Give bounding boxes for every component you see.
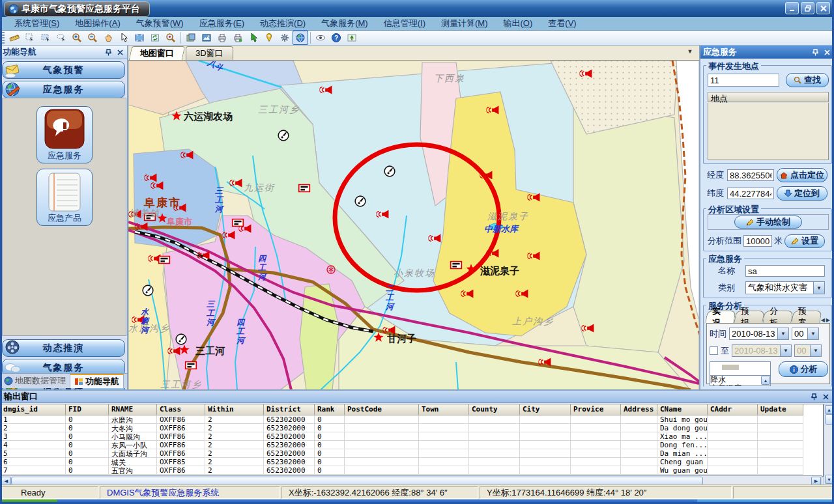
to-checkbox[interactable] <box>710 346 718 355</box>
hour-from-select[interactable]: 00▼ <box>792 328 819 340</box>
close-icon[interactable] <box>115 48 124 57</box>
manual-draw-button[interactable]: 手动绘制 <box>734 216 802 229</box>
tab-dropdown-icon[interactable]: ▼ <box>685 48 695 57</box>
restore-button[interactable] <box>801 2 814 14</box>
toolbar-grip[interactable] <box>1 32 5 44</box>
scroll-down-icon[interactable]: ▼ <box>825 475 833 484</box>
scene-icon[interactable] <box>344 31 360 45</box>
close-icon[interactable] <box>822 48 831 57</box>
pin-icon[interactable] <box>811 48 820 57</box>
close-icon[interactable] <box>821 392 830 401</box>
station-flag-icon[interactable] <box>233 219 244 226</box>
column-header-Address[interactable]: Address <box>621 404 657 415</box>
pointer-icon[interactable] <box>116 31 132 45</box>
placemark-icon[interactable] <box>261 31 277 45</box>
element-preview-box[interactable] <box>710 361 771 376</box>
menu-M[interactable]: 测量计算(M) <box>433 18 496 29</box>
table-row[interactable]: 30小马厩沟OXFF8626523020000Xiao ma ... <box>1 432 823 441</box>
sidebar-item-top-1[interactable]: 应急服务 <box>2 81 125 98</box>
scroll-up-icon[interactable]: ▲ <box>761 376 770 385</box>
menu-D[interactable]: 动态推演(D) <box>252 18 313 29</box>
tab-scroll-left-icon[interactable]: ◀ <box>821 317 825 323</box>
start-button[interactable] <box>0 499 57 504</box>
station-flag-icon[interactable] <box>451 261 462 268</box>
longitude-input[interactable] <box>727 169 774 181</box>
shortcut-notepad-button[interactable]: 应急产品 <box>36 169 93 226</box>
table-row[interactable]: 70五官沟OXFF8626523020000Wu guan gou <box>1 466 823 475</box>
station-flag-icon[interactable] <box>159 256 170 263</box>
layers-icon[interactable] <box>183 31 199 45</box>
globe-icon[interactable] <box>293 31 308 45</box>
station-flag-icon[interactable] <box>186 361 197 369</box>
select-lasso-icon[interactable] <box>53 31 69 45</box>
table-row[interactable]: 40东风一小队OXFF8626523020000Dong fen... <box>1 441 823 449</box>
analysis-tab-0[interactable]: 实况 <box>705 311 736 323</box>
vertical-scrollbar[interactable]: ▲ ▼ <box>824 404 833 485</box>
menu-W[interactable]: 气象预警(W) <box>128 18 192 29</box>
service-name-input[interactable] <box>745 265 825 277</box>
select-box-icon[interactable] <box>38 31 53 45</box>
left-tab-1[interactable]: 功能导航 <box>70 374 124 388</box>
identify-icon[interactable] <box>163 31 179 45</box>
date-from-select[interactable]: 2010-08-13▼ <box>729 328 789 340</box>
table-row[interactable]: 50大面场子沟OXFF8626523020000Da mian ... <box>1 449 823 458</box>
menu-M[interactable]: 气象服务(M) <box>313 18 376 29</box>
farm-machinery-icon[interactable] <box>384 166 395 176</box>
menu-E[interactable]: 应急服务(E) <box>192 18 252 29</box>
column-header-Provice[interactable]: Provice <box>571 404 621 415</box>
shortcut-alert-button[interactable]: 应急服务 <box>36 106 93 163</box>
menu-I[interactable]: 信息管理(I) <box>376 18 433 29</box>
column-header-Update[interactable]: Update <box>758 404 803 415</box>
close-button[interactable] <box>816 2 830 14</box>
farm-machinery-icon[interactable] <box>355 196 366 206</box>
print-color-icon[interactable] <box>230 31 246 45</box>
range-input[interactable] <box>743 235 772 247</box>
zoom-in-icon[interactable] <box>69 31 85 45</box>
service-type-select[interactable]: 气象和洪水灾害 ▼ <box>745 281 825 294</box>
click-locate-button[interactable]: 点击定位 <box>777 168 827 182</box>
column-header-CName[interactable]: CName <box>657 404 708 415</box>
pin-icon[interactable] <box>104 48 113 57</box>
export-image-icon[interactable] <box>199 31 214 45</box>
table-row[interactable]: 10水磨沟OXFF8626523020000Shui mo gou <box>1 415 823 424</box>
location-list-header[interactable]: 地点 <box>708 92 829 102</box>
map-canvas[interactable]: 六运湖农场三工河乡下西泉九运街阜康市城关镇阜康市水磨沟乡三工河乡三工河甘河子小泉… <box>128 61 699 390</box>
pin-icon[interactable] <box>809 392 818 401</box>
column-header-CAddr[interactable]: CAddr <box>708 404 758 415</box>
analysis-tab-2[interactable]: 分析 <box>762 311 793 323</box>
full-extent-icon[interactable] <box>132 31 147 45</box>
left-tab-0[interactable]: 地图数据管理 <box>0 374 70 388</box>
scroll-up-icon[interactable]: ▲ <box>825 405 833 414</box>
settings-icon[interactable] <box>277 31 293 45</box>
minimize-button[interactable] <box>785 2 799 14</box>
eye-icon[interactable] <box>313 31 328 45</box>
column-header-FID[interactable]: FID <box>66 404 109 415</box>
menu-A[interactable]: 地图操作(A) <box>67 18 128 29</box>
column-header-dmgis_id[interactable]: dmgis_id <box>1 404 66 415</box>
refresh-icon[interactable] <box>147 31 163 45</box>
location-search-input[interactable] <box>708 74 779 87</box>
station-flag-icon[interactable] <box>299 184 310 191</box>
column-header-Town[interactable]: Town <box>419 404 469 415</box>
latitude-input[interactable] <box>727 188 774 199</box>
goto-location-button[interactable]: 定位到 <box>777 186 827 201</box>
menu-S[interactable]: 系统管理(S) <box>7 18 67 29</box>
green-pointer-icon[interactable] <box>246 31 261 45</box>
column-header-Rank[interactable]: Rank <box>315 404 345 415</box>
set-range-button[interactable]: 设置 <box>784 234 825 248</box>
help-icon[interactable]: ? <box>328 31 344 45</box>
windows-taskbar[interactable] <box>0 499 834 504</box>
pan-icon[interactable] <box>100 31 116 45</box>
farm-machinery-icon[interactable] <box>143 285 153 296</box>
vscroll-thumb[interactable] <box>825 414 833 425</box>
farm-machinery-icon[interactable] <box>176 334 186 344</box>
measure-icon[interactable] <box>7 31 22 45</box>
column-header-City[interactable]: City <box>520 404 571 415</box>
column-header-PostCode[interactable]: PostCode <box>345 404 419 415</box>
map-tab-0[interactable]: 地图窗口 <box>129 46 185 60</box>
table-row[interactable]: 60城关OXFF8526523020000Cheng guan <box>1 458 823 466</box>
sidebar-item-top-0[interactable]: 气象预警 <box>2 61 125 79</box>
menu-V[interactable]: 查看(V) <box>540 18 584 29</box>
column-header-County[interactable]: County <box>469 404 520 415</box>
element-listbox[interactable]: 降水空气温度 ▲ <box>710 375 771 386</box>
